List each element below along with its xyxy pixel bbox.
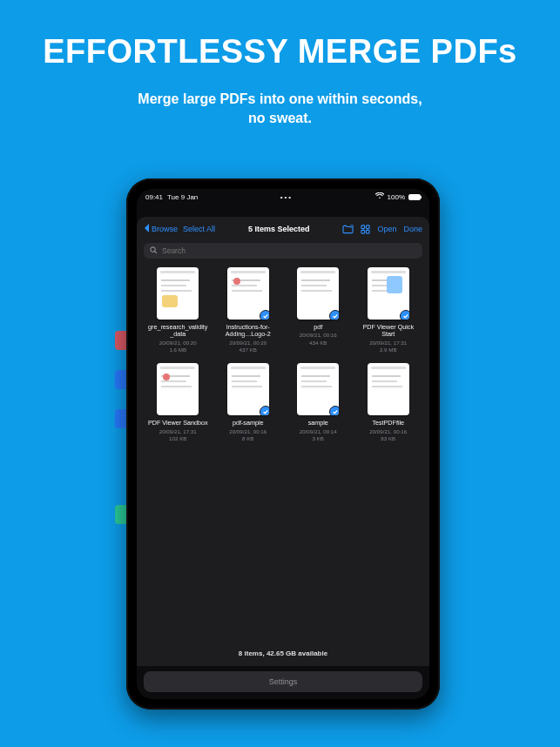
battery-icon (408, 194, 421, 200)
device-screen: 09:41 Tue 9 Jan ••• 100% Browse (137, 189, 429, 699)
status-date: Tue 9 Jan (167, 193, 198, 201)
file-thumbnail (227, 267, 269, 320)
file-name: pdf (314, 324, 322, 331)
file-item[interactable]: pdf20/09/21, 00:16434 KB (286, 267, 351, 353)
file-thumbnail (297, 363, 339, 415)
svg-rect-2 (367, 225, 370, 228)
selected-checkmark-icon (329, 310, 339, 320)
file-name: Instructions-for-Adding…Logo-2 (218, 324, 279, 339)
file-thumbnail (368, 363, 409, 415)
file-thumbnail (227, 363, 269, 415)
file-size: 102 KB (169, 435, 186, 441)
file-thumbnail (297, 267, 339, 320)
file-item[interactable]: PDF Viewer Sandbox20/09/21, 17:31102 KB (145, 363, 211, 441)
device-frame: 09:41 Tue 9 Jan ••• 100% Browse (126, 178, 440, 710)
file-thumbnail (157, 267, 199, 320)
grid-view-icon[interactable] (361, 225, 370, 234)
file-date: 20/09/21, 00:16 (229, 428, 267, 434)
file-size: 3 KB (313, 435, 324, 441)
file-item[interactable]: PDF Viewer Quick Start20/09/21, 17:312.9… (356, 267, 422, 353)
file-picker-panel: Browse Select All 5 Items Selected Open … (137, 217, 429, 666)
file-name: gre_research_validity_data (147, 324, 208, 339)
file-date: 20/09/21, 00:14 (300, 428, 337, 434)
file-thumbnail (157, 363, 199, 415)
file-date: 20/09/21, 00:16 (369, 428, 407, 434)
file-item[interactable]: Instructions-for-Adding…Logo-220/09/21, … (216, 267, 281, 353)
file-date: 20/09/21, 17:31 (159, 428, 197, 434)
svg-rect-4 (367, 230, 370, 233)
file-item[interactable]: gre_research_validity_data20/09/21, 00:2… (145, 267, 211, 353)
file-date: 20/09/21, 00:20 (229, 340, 267, 346)
new-folder-icon[interactable] (342, 225, 354, 234)
file-name: PDF Viewer Quick Start (358, 324, 419, 339)
file-size: 437 KB (240, 347, 257, 353)
file-item[interactable]: TestPDFfile20/09/21, 00:1683 KB (356, 363, 422, 441)
file-size: 1.6 MB (169, 347, 186, 353)
svg-rect-1 (361, 225, 365, 228)
selected-checkmark-icon (260, 406, 269, 415)
status-bar: 09:41 Tue 9 Jan ••• 100% (137, 189, 429, 205)
search-field[interactable] (144, 243, 422, 259)
file-name: PDF Viewer Sandbox (148, 420, 208, 427)
file-name: TestPDFfile (372, 420, 404, 427)
done-button[interactable]: Done (404, 225, 423, 233)
file-date: 20/09/21, 17:31 (369, 340, 407, 346)
selected-checkmark-icon (329, 406, 339, 415)
search-input[interactable] (162, 246, 416, 255)
open-button[interactable]: Open (377, 225, 396, 233)
file-name: pdf-sample (233, 420, 264, 427)
wifi-icon (375, 192, 384, 201)
file-name: sample (308, 420, 328, 427)
chevron-left-icon (144, 224, 150, 234)
selected-checkmark-icon (260, 310, 269, 320)
file-date: 20/09/21, 00:20 (159, 340, 197, 346)
selected-checkmark-icon (400, 310, 409, 320)
select-all-button[interactable]: Select All (183, 225, 215, 233)
search-icon (150, 246, 158, 256)
svg-rect-3 (361, 230, 365, 233)
file-grid: gre_research_validity_data20/09/21, 00:2… (137, 264, 429, 644)
svg-point-5 (151, 246, 155, 251)
toolbar: Browse Select All 5 Items Selected Open … (137, 217, 429, 241)
status-time: 09:41 (145, 193, 163, 201)
settings-button[interactable]: Settings (144, 671, 422, 692)
file-item[interactable]: pdf-sample20/09/21, 00:168 KB (216, 363, 281, 441)
toolbar-title: 5 Items Selected (248, 225, 310, 233)
hero-title: EFFORTLESSY MERGE PDFs (0, 33, 560, 71)
svg-line-6 (155, 251, 157, 252)
file-size: 2.9 MB (380, 347, 397, 353)
multitask-dots-icon: ••• (280, 193, 293, 201)
hero-subtitle: Merge large PDFs into one within seconds… (0, 90, 560, 127)
file-item[interactable]: sample20/09/21, 00:143 KB (286, 363, 351, 441)
file-size: 83 KB (381, 435, 395, 441)
storage-availability: 8 items, 42.65 GB available (137, 644, 429, 666)
file-date: 20/09/21, 00:16 (300, 332, 337, 338)
file-size: 8 KB (242, 435, 253, 441)
back-button[interactable]: Browse (144, 224, 178, 234)
file-size: 434 KB (309, 340, 327, 346)
battery-pct: 100% (388, 193, 405, 201)
file-thumbnail (368, 267, 409, 320)
